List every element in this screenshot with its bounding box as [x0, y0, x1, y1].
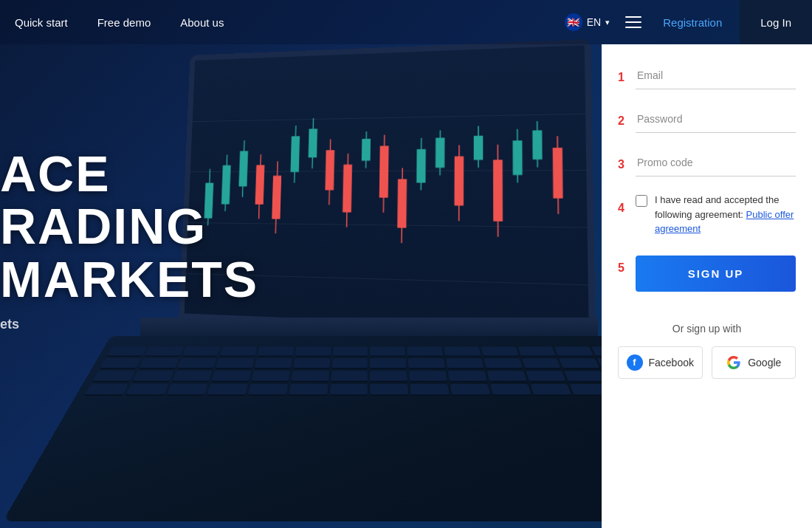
form-step-5: 5 SIGN UP [618, 253, 796, 306]
svg-rect-39 [553, 148, 563, 199]
svg-rect-31 [474, 135, 484, 160]
google-button[interactable]: Google [712, 346, 796, 379]
password-input[interactable] [636, 106, 796, 133]
svg-rect-33 [493, 160, 503, 221]
nav-free-demo[interactable]: Free demo [97, 16, 151, 29]
hamburger-menu[interactable] [622, 13, 645, 32]
hero-line-2: RADING [0, 200, 258, 253]
email-input[interactable] [636, 62, 796, 89]
hero-line-3: MARKETS [0, 253, 258, 306]
promo-input[interactable] [636, 149, 796, 176]
nav-auth: Registration Log In [645, 0, 812, 44]
hero-subtext: ets [0, 317, 258, 332]
social-buttons: f Facebook Google [618, 346, 796, 379]
svg-rect-29 [454, 156, 464, 205]
registration-panel: 1 2 3 4 I have read and accepted the fol… [602, 44, 812, 528]
svg-rect-25 [416, 149, 426, 183]
svg-rect-27 [436, 137, 445, 168]
login-button[interactable]: Log In [740, 0, 812, 44]
hero-text: ACE RADING MARKETS ets [0, 148, 258, 332]
form-step-4: 4 I have read and accepted the following… [618, 193, 796, 236]
or-divider: Or sign up with [618, 323, 796, 335]
form-step-2: 2 [618, 106, 796, 133]
google-icon [726, 354, 742, 371]
registration-button[interactable]: Registration [645, 0, 740, 44]
step-number-5: 5 [618, 261, 630, 275]
svg-rect-21 [379, 145, 389, 197]
svg-rect-9 [272, 176, 281, 219]
language-selector[interactable]: 🇬🇧 EN ▾ [565, 13, 610, 31]
svg-rect-15 [325, 150, 334, 190]
step-number-3: 3 [618, 158, 630, 171]
svg-rect-23 [397, 179, 407, 227]
signup-container: SIGN UP [636, 253, 796, 306]
promo-field-container [636, 149, 796, 176]
signup-button[interactable]: SIGN UP [636, 256, 796, 292]
nav-about-us[interactable]: About us [180, 16, 224, 29]
svg-rect-17 [343, 164, 352, 212]
email-field-container [636, 62, 796, 89]
language-label: EN [587, 16, 601, 28]
agreement-checkbox[interactable] [636, 195, 647, 207]
password-field-container [636, 106, 796, 133]
step-number-4: 4 [618, 202, 630, 215]
agreement-text: I have read and accepted the following a… [655, 193, 796, 236]
form-step-3: 3 [618, 149, 796, 176]
step-number-2: 2 [618, 114, 630, 128]
svg-rect-11 [291, 136, 300, 172]
nav-right: 🇬🇧 EN ▾ [565, 13, 645, 32]
svg-rect-19 [362, 139, 371, 161]
svg-rect-37 [532, 130, 542, 160]
agreement-row: I have read and accepted the following a… [636, 193, 796, 236]
form-step-1: 1 [618, 62, 796, 89]
nav-quick-start[interactable]: Quick start [15, 16, 68, 29]
facebook-icon: f [627, 354, 643, 371]
hero-line-1: ACE [0, 148, 258, 200]
navbar: Quick start Free demo About us 🇬🇧 EN ▾ R… [0, 0, 812, 44]
step-number-1: 1 [618, 71, 630, 84]
google-label: Google [748, 357, 781, 368]
nav-links: Quick start Free demo About us [15, 16, 224, 29]
facebook-label: Facebook [649, 357, 694, 368]
facebook-button[interactable]: f Facebook [618, 346, 703, 379]
svg-rect-35 [513, 140, 523, 175]
flag-icon: 🇬🇧 [565, 13, 582, 31]
svg-rect-13 [309, 128, 317, 157]
chevron-down-icon: ▾ [605, 18, 610, 27]
